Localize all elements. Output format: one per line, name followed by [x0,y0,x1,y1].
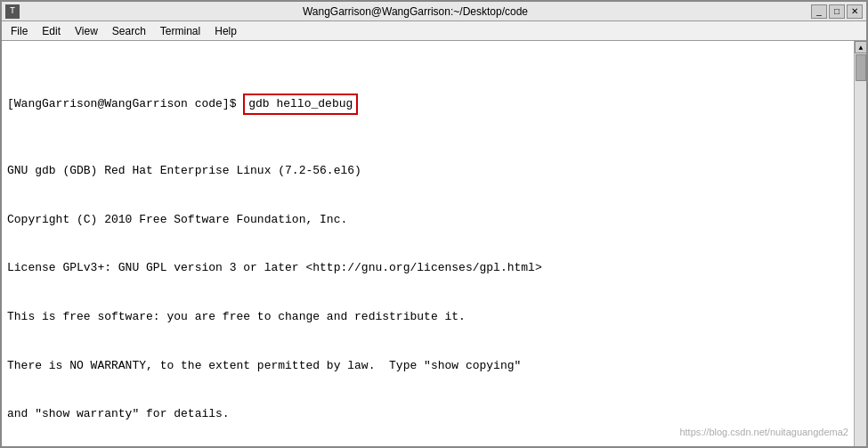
menu-search[interactable]: Search [105,23,153,39]
window-icon: T [5,4,20,19]
terminal-window: T WangGarrison@WangGarrison:~/Desktop/co… [0,0,868,448]
menu-view[interactable]: View [68,23,105,39]
output-line-3: This is free software: you are free to c… [7,309,861,325]
close-button[interactable]: ✕ [847,4,863,19]
watermark: https://blog.csdn.net/nuitaguangdema2 [679,427,848,437]
window-controls: _ □ ✕ [811,4,863,19]
menu-bar: File Edit View Search Terminal Help [2,21,866,41]
menu-terminal[interactable]: Terminal [153,23,207,39]
output-line-0: GNU gdb (GDB) Red Hat Enterprise Linux (… [7,163,861,179]
title-bar: T WangGarrison@WangGarrison:~/Desktop/co… [2,2,866,21]
menu-file[interactable]: File [4,23,35,39]
output-line-5: and "show warranty" for details. [7,406,861,422]
maximize-button[interactable]: □ [829,4,845,19]
output-line-2: License GPLv3+: GNU GPL version 3 or lat… [7,260,861,276]
scrollbar-thumb[interactable] [856,54,866,81]
output-line-1: Copyright (C) 2010 Free Software Foundat… [7,212,861,228]
prompt-text: [WangGarrison@WangGarrison code]$ [7,96,236,112]
terminal-area[interactable]: [WangGarrison@WangGarrison code]$ gdb he… [2,41,866,446]
command-highlight: gdb hello_debug [243,94,358,115]
command-spacer [236,96,243,112]
menu-edit[interactable]: Edit [35,23,68,39]
terminal-content: [WangGarrison@WangGarrison code]$ gdb he… [7,45,861,446]
minimize-button[interactable]: _ [811,4,827,19]
scroll-up-button[interactable]: ▲ [855,41,866,53]
menu-help[interactable]: Help [207,23,244,39]
command-prompt-line: [WangGarrison@WangGarrison code]$ gdb he… [7,94,861,115]
scrollbar[interactable]: ▲ [854,41,866,446]
window-title: WangGarrison@WangGarrison:~/Desktop/code [20,5,811,18]
output-line-4: There is NO WARRANTY, to the extent perm… [7,358,861,374]
